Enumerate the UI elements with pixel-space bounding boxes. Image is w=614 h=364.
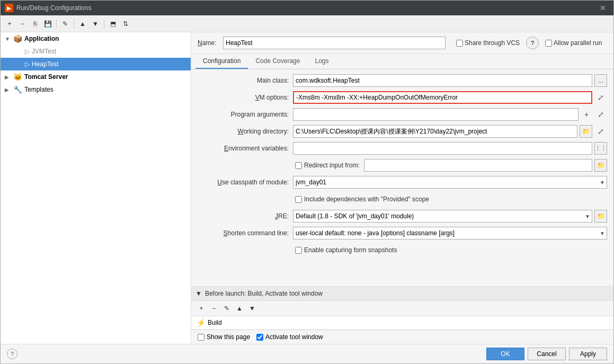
ok-button[interactable]: OK xyxy=(486,348,524,360)
build-item[interactable]: ⚡ Build xyxy=(191,316,613,330)
remove-config-button[interactable]: − xyxy=(16,18,28,30)
right-panel: Name: Share through VCS ? Allow parallel… xyxy=(191,32,613,344)
toolbar-separator2 xyxy=(74,19,74,29)
redirect-input-label: Redirect input from: xyxy=(304,162,360,169)
launch-remove-button[interactable]: − xyxy=(208,303,220,314)
shorten-cmd-select[interactable]: user-local default: none - java [options… xyxy=(293,227,607,239)
name-input[interactable] xyxy=(223,37,446,49)
launch-down-button[interactable]: ▼ xyxy=(246,303,258,314)
working-dir-expand-button[interactable]: ⤢ xyxy=(594,125,607,138)
add-config-button[interactable]: + xyxy=(4,18,15,30)
footer-right: OK Cancel Apply xyxy=(486,348,607,360)
vm-options-input[interactable] xyxy=(293,91,592,104)
activate-window-label: Activate tool window xyxy=(265,333,323,341)
shorten-cmd-control: user-local default: none - java [options… xyxy=(293,227,607,239)
bottom-bar: Show this page Activate tool window xyxy=(191,330,613,344)
allow-parallel-option[interactable]: Allow parallel run xyxy=(545,39,602,47)
classpath-label: Use classpath of module: xyxy=(198,179,293,186)
classpath-select-wrapper: jvm_day01 ▼ xyxy=(293,176,607,189)
enable-snapshots-checkbox[interactable] xyxy=(295,247,302,254)
name-label: Name: xyxy=(198,39,219,47)
launch-up-button[interactable]: ▲ xyxy=(234,303,245,314)
launch-edit-button[interactable]: ✎ xyxy=(221,303,233,314)
show-page-option[interactable]: Show this page xyxy=(198,333,250,341)
tree-item-tomcat[interactable]: ▶ 🐱 Tomcat Server xyxy=(1,70,191,83)
main-class-browse-button[interactable]: … xyxy=(594,74,607,87)
move-to-folder-button[interactable]: ⬒ xyxy=(107,18,119,30)
redirect-input-input[interactable] xyxy=(364,159,592,172)
tomcat-label: Tomcat Server xyxy=(24,73,68,81)
config-panel: Main class: … VM options: ⤢ xyxy=(191,69,613,286)
program-args-input[interactable] xyxy=(293,108,579,121)
show-page-label: Show this page xyxy=(207,333,250,341)
application-label: Application xyxy=(24,35,59,42)
env-vars-edit-button[interactable]: ⋮⋮ xyxy=(594,142,607,155)
heaptest-label: HeapTest xyxy=(32,60,59,68)
include-deps-option[interactable]: Include dependencies with "Provided" sco… xyxy=(293,196,429,203)
before-launch-header: ▼ Before launch: Build, Activate tool wi… xyxy=(191,286,613,301)
show-page-checkbox[interactable] xyxy=(198,334,204,341)
main-class-control: … xyxy=(293,74,607,87)
tab-configuration[interactable]: Configuration xyxy=(195,54,248,69)
close-button[interactable]: ✕ xyxy=(597,3,609,13)
build-icon: ⚡ xyxy=(197,318,206,327)
redirect-input-option[interactable]: Redirect input from: xyxy=(293,162,360,169)
copy-config-button[interactable]: ⎘ xyxy=(29,18,41,30)
program-args-add-button[interactable]: + xyxy=(581,109,592,120)
expand-templates-icon[interactable]: ▶ xyxy=(5,87,11,93)
activate-window-checkbox[interactable] xyxy=(256,334,263,341)
footer-help-button[interactable]: ? xyxy=(7,349,17,359)
launch-add-button[interactable]: + xyxy=(195,303,207,314)
allow-parallel-checkbox[interactable] xyxy=(545,40,552,47)
help-button[interactable]: ? xyxy=(526,37,539,49)
application-icon: 📦 xyxy=(13,34,22,43)
tab-logs[interactable]: Logs xyxy=(307,54,336,69)
program-args-expand-button[interactable]: ⤢ xyxy=(594,108,607,121)
shorten-cmd-select-wrapper: user-local default: none - java [options… xyxy=(293,227,607,239)
move-down-button[interactable]: ▼ xyxy=(90,18,101,30)
redirect-input-browse-button[interactable]: 📁 xyxy=(594,159,607,172)
run-debug-dialog: ▶ Run/Debug Configurations ✕ + − ⎘ 💾 ✎ ▲… xyxy=(0,0,614,364)
toolbar: + − ⎘ 💾 ✎ ▲ ▼ ⬒ ⇅ xyxy=(1,15,613,32)
share-vcs-option[interactable]: Share through VCS xyxy=(456,39,520,47)
include-deps-control: Include dependencies with "Provided" sco… xyxy=(293,196,607,203)
apply-button[interactable]: Apply xyxy=(569,348,607,360)
activate-window-option[interactable]: Activate tool window xyxy=(256,333,323,341)
redirect-input-control: Redirect input from: 📁 xyxy=(293,159,607,172)
save-config-button[interactable]: 💾 xyxy=(42,18,54,30)
jre-select[interactable]: Default (1.8 - SDK of 'jvm_day01' module… xyxy=(293,210,592,223)
share-vcs-checkbox[interactable] xyxy=(456,40,463,47)
main-class-label: Main class: xyxy=(198,77,293,84)
working-dir-browse-button[interactable]: 📁 xyxy=(580,125,592,138)
before-launch-expand-icon[interactable]: ▼ xyxy=(195,290,202,297)
working-dir-input[interactable] xyxy=(293,125,577,138)
vm-options-expand-button[interactable]: ⤢ xyxy=(594,91,607,104)
tree-item-heaptest[interactable]: ▷ HeapTest xyxy=(1,58,191,70)
tree-item-application[interactable]: ▼ 📦 Application xyxy=(1,32,191,45)
main-content: ▼ 📦 Application ▷ JVMTest ▷ HeapTest ▶ 🐱… xyxy=(1,32,613,344)
enable-snapshots-control: Enable capturing form snapshots xyxy=(293,246,607,254)
expand-tomcat-icon[interactable]: ▶ xyxy=(5,74,11,80)
sort-button[interactable]: ⇅ xyxy=(120,18,131,30)
tree-item-jvmtest[interactable]: ▷ JVMTest xyxy=(1,45,191,58)
env-vars-input[interactable] xyxy=(293,142,592,155)
program-args-label: Program arguments: xyxy=(198,111,293,118)
expand-application-icon[interactable]: ▼ xyxy=(5,36,11,42)
jre-row: JRE: Default (1.8 - SDK of 'jvm_day01' m… xyxy=(198,209,607,223)
tree-item-templates[interactable]: ▶ 🔧 Templates xyxy=(1,83,191,96)
include-deps-label: Include dependencies with "Provided" sco… xyxy=(304,196,429,203)
classpath-select[interactable]: jvm_day01 xyxy=(293,176,607,189)
enable-snapshots-option[interactable]: Enable capturing form snapshots xyxy=(293,246,397,254)
jre-browse-button[interactable]: 📁 xyxy=(594,210,607,223)
edit-config-button[interactable]: ✎ xyxy=(59,18,71,30)
tab-code-coverage[interactable]: Code Coverage xyxy=(248,54,307,69)
move-up-button[interactable]: ▲ xyxy=(77,18,88,30)
shorten-cmd-label: Shorten command line: xyxy=(198,229,293,237)
share-options: Share through VCS ? Allow parallel run xyxy=(456,37,602,49)
cancel-button[interactable]: Cancel xyxy=(528,348,566,360)
main-class-input[interactable] xyxy=(293,74,592,87)
redirect-input-checkbox[interactable] xyxy=(295,162,302,169)
jvmtest-label: JVMTest xyxy=(32,48,56,55)
redirect-input-row: Redirect input from: 📁 xyxy=(198,158,607,172)
include-deps-checkbox[interactable] xyxy=(295,196,302,203)
